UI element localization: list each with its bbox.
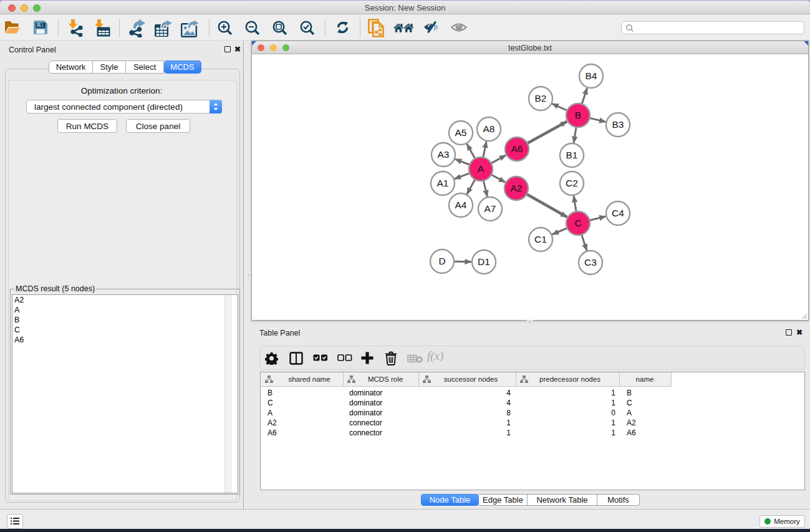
svg-text:B4: B4 xyxy=(586,70,597,81)
svg-text:MCDS role: MCDS role xyxy=(368,375,403,383)
svg-text:A2: A2 xyxy=(511,183,523,193)
svg-text:B3: B3 xyxy=(612,119,624,130)
svg-text:dominator: dominator xyxy=(349,399,382,407)
svg-text:A: A xyxy=(478,163,485,174)
svg-text:A3: A3 xyxy=(438,149,450,160)
svg-text:shared name: shared name xyxy=(288,375,330,383)
svg-text:C: C xyxy=(627,399,632,407)
svg-text:A4: A4 xyxy=(455,200,467,210)
svg-text:A6: A6 xyxy=(627,428,636,437)
svg-text:C1: C1 xyxy=(534,234,547,244)
svg-text:predecessor nodes: predecessor nodes xyxy=(539,375,600,383)
svg-text:A8: A8 xyxy=(483,123,495,134)
svg-text:A7: A7 xyxy=(485,203,496,214)
svg-text:dominator: dominator xyxy=(349,409,382,417)
svg-text:1: 1 xyxy=(506,418,511,427)
svg-text:A: A xyxy=(627,409,632,417)
svg-text:A2: A2 xyxy=(627,418,636,427)
svg-text:C2: C2 xyxy=(566,178,578,188)
svg-text:8: 8 xyxy=(506,409,511,417)
svg-text:1: 1 xyxy=(611,399,615,407)
svg-text:C: C xyxy=(574,218,581,228)
svg-text:name: name xyxy=(636,375,654,383)
svg-text:A: A xyxy=(268,409,272,417)
svg-text:C: C xyxy=(268,399,273,407)
svg-text:1: 1 xyxy=(611,428,615,437)
svg-text:A1: A1 xyxy=(437,178,449,188)
svg-text:successor nodes: successor nodes xyxy=(444,375,498,383)
svg-text:B: B xyxy=(575,110,581,120)
svg-text:1: 1 xyxy=(611,389,615,397)
svg-text:B2: B2 xyxy=(535,93,547,104)
svg-text:B1: B1 xyxy=(566,150,578,160)
svg-text:C4: C4 xyxy=(612,208,624,218)
svg-text:A5: A5 xyxy=(455,127,467,138)
svg-text:dominator: dominator xyxy=(349,389,382,397)
svg-text:A6: A6 xyxy=(511,143,523,154)
svg-text:B: B xyxy=(627,389,632,397)
svg-text:A6: A6 xyxy=(268,428,277,437)
svg-text:1: 1 xyxy=(506,428,511,437)
svg-text:D1: D1 xyxy=(478,256,490,267)
svg-text:connector: connector xyxy=(349,428,382,437)
svg-text:B: B xyxy=(268,389,272,397)
svg-text:C3: C3 xyxy=(584,257,597,268)
svg-text:connector: connector xyxy=(349,418,382,427)
svg-text:4: 4 xyxy=(506,389,511,397)
svg-text:D: D xyxy=(438,256,445,266)
svg-text:4: 4 xyxy=(506,399,511,407)
svg-text:0: 0 xyxy=(611,409,615,417)
svg-text:A2: A2 xyxy=(268,418,277,427)
svg-text:1: 1 xyxy=(611,418,615,427)
